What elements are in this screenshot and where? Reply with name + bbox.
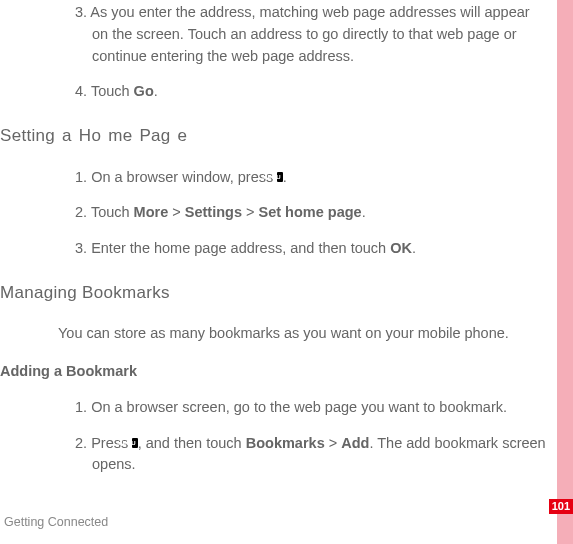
step-number: 4.: [75, 83, 87, 99]
step-number: 3.: [75, 4, 87, 20]
gt1: >: [168, 204, 185, 220]
subheading-add-bookmark: Adding a Bookmark: [0, 361, 547, 383]
menu-icon: MENU: [132, 438, 137, 448]
page-number-badge: 101: [549, 499, 573, 514]
gt: >: [325, 435, 342, 451]
step-prefix: Touch: [91, 204, 134, 220]
sidebar-tab: [557, 0, 573, 544]
bold-add: Add: [341, 435, 369, 451]
step-bold: Go: [134, 83, 154, 99]
step-3: 3. As you enter the address, matching we…: [75, 2, 547, 67]
footer-text: Getting Connected: [4, 513, 108, 532]
bold-more: More: [134, 204, 169, 220]
bookmark-step-1: 1. On a browser screen, go to the web pa…: [75, 397, 547, 419]
step-number: 2.: [75, 435, 87, 451]
step-prefix: On a browser window, press: [91, 169, 277, 185]
gt2: >: [242, 204, 259, 220]
step-number: 2.: [75, 204, 87, 220]
step-text: As you enter the address, matching web p…: [90, 4, 529, 64]
step-4: 4. Touch Go.: [75, 81, 547, 103]
step-suffix: .: [412, 240, 416, 256]
bold-settings: Settings: [185, 204, 242, 220]
heading-bookmarks: Managing Bookmarks: [0, 280, 547, 306]
step-text: On a browser screen, go to the web page …: [91, 399, 507, 415]
home-step-2: 2. Touch More > Settings > Set home page…: [75, 202, 547, 224]
step-number: 1.: [75, 169, 87, 185]
step-number: 3.: [75, 240, 87, 256]
bold-bookmarks: Bookmarks: [246, 435, 325, 451]
menu-icon: MENU: [277, 172, 282, 182]
bookmark-step-2: 2. Press MENU, and then touch Bookmarks …: [75, 433, 547, 477]
step-suffix: .: [362, 204, 366, 220]
page-content: 3. As you enter the address, matching we…: [0, 0, 573, 476]
bold-ok: OK: [390, 240, 412, 256]
step-text-prefix: Touch: [91, 83, 134, 99]
body-bookmarks: You can store as many bookmarks as you w…: [58, 323, 547, 345]
step-suffix: .: [154, 83, 158, 99]
step-number: 1.: [75, 399, 87, 415]
step-prefix: Enter the home page address, and then to…: [91, 240, 390, 256]
heading-setting-home: Setting a Ho me Pag e: [0, 123, 547, 149]
home-step-3: 3. Enter the home page address, and then…: [75, 238, 547, 260]
bold-sethome: Set home page: [259, 204, 362, 220]
step-mid: , and then touch: [138, 435, 246, 451]
step-suffix: .: [283, 169, 287, 185]
home-step-1: 1. On a browser window, press MENU.: [75, 167, 547, 189]
